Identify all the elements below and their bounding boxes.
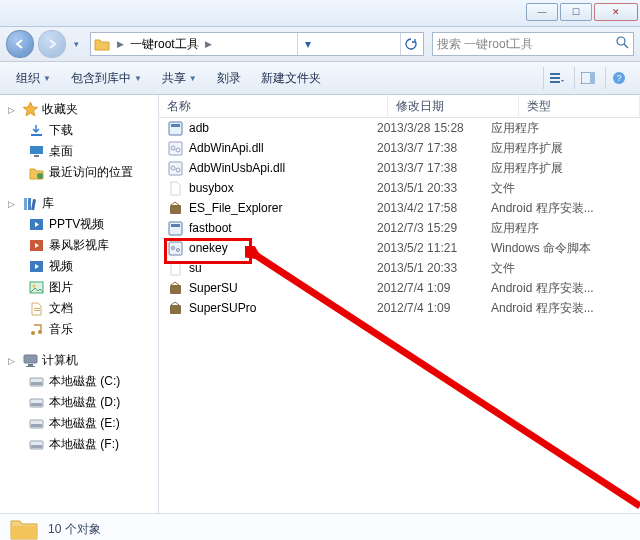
navbar: ▾ ▶ 一键root工具 ▶ ▾ 搜索 一键root工具 [0,27,640,62]
search-icon [616,36,629,52]
desktop-icon [28,144,44,160]
burn-button[interactable]: 刻录 [209,67,249,90]
sidebar-favorites-header[interactable]: ▷ 收藏夹 [0,99,158,120]
file-row[interactable]: SuperSUPro2012/7/4 1:09Android 程序安装... [159,298,640,318]
search-input[interactable]: 搜索 一键root工具 [432,32,634,56]
maximize-button[interactable]: ☐ [560,3,592,21]
sidebar-item[interactable]: 图片 [0,277,158,298]
file-date: 2013/3/7 17:38 [377,141,491,155]
file-name: adb [189,121,209,135]
file-type: Android 程序安装... [491,300,640,317]
svg-rect-37 [171,124,180,127]
svg-point-0 [617,37,625,45]
file-row[interactable]: onekey2013/5/2 11:21Windows 命令脚本 [159,238,640,258]
sidebar-item[interactable]: 文档 [0,298,158,319]
preview-pane-icon [581,72,595,84]
sidebar: ▷ 收藏夹 下载桌面最近访问的位置 ▷ 库 PPTV视频暴风影视库视频图片文档音… [0,95,159,513]
svg-rect-36 [169,122,182,135]
sidebar-item[interactable]: 桌面 [0,141,158,162]
back-button[interactable] [6,30,34,58]
apk-icon [167,200,183,216]
file-row[interactable]: adb2013/3/28 15:28应用程序 [159,118,640,138]
file-type: 文件 [491,260,640,277]
view-options-button[interactable] [543,67,570,89]
file-date: 2012/7/4 1:09 [377,301,491,315]
sidebar-libraries: ▷ 库 PPTV视频暴风影视库视频图片文档音乐 [0,193,158,340]
column-type[interactable]: 类型 [519,95,640,117]
svg-rect-2 [550,77,560,79]
file-row[interactable]: fastboot2012/7/3 15:29应用程序 [159,218,640,238]
storm-icon [28,238,44,254]
sidebar-item[interactable]: 最近访问的位置 [0,162,158,183]
file-date: 2013/5/1 20:33 [377,181,491,195]
file-type: Android 程序安装... [491,200,640,217]
file-type: 应用程序扩展 [491,160,640,177]
minimize-button[interactable]: — [526,3,558,21]
file-row[interactable]: AdbWinApi.dll2013/3/7 17:38应用程序扩展 [159,138,640,158]
new-folder-button[interactable]: 新建文件夹 [253,67,329,90]
file-name: onekey [189,241,228,255]
organize-button[interactable]: 组织▼ [8,67,59,90]
sidebar-computer-header[interactable]: ▷ 计算机 [0,350,158,371]
sidebar-item[interactable]: 本地磁盘 (C:) [0,371,158,392]
search-placeholder: 搜索 一键root工具 [437,36,533,53]
help-icon: ? [612,71,626,85]
svg-rect-3 [550,81,560,83]
file-name: su [189,261,202,275]
file-row[interactable]: busybox2013/5/1 20:33文件 [159,178,640,198]
breadcrumb-current: 一键root工具 [128,36,201,53]
file-name: SuperSUPro [189,301,256,315]
preview-pane-button[interactable] [574,67,601,89]
file-type: 应用程序 [491,120,640,137]
help-button[interactable]: ? [605,67,632,89]
svg-rect-46 [171,224,180,227]
file-icon [167,180,183,196]
column-name[interactable]: 名称 [159,95,388,117]
file-name: SuperSU [189,281,238,295]
sidebar-libraries-header[interactable]: ▷ 库 [0,193,158,214]
column-date[interactable]: 修改日期 [388,95,519,117]
include-in-library-button[interactable]: 包含到库中▼ [63,67,150,90]
history-dropdown[interactable]: ▾ [70,39,82,49]
file-name: busybox [189,181,234,195]
file-date: 2012/7/4 1:09 [377,281,491,295]
close-button[interactable]: ✕ [594,3,638,21]
svg-rect-26 [26,366,35,367]
file-row[interactable]: ES_File_Explorer2013/4/2 17:58Android 程序… [159,198,640,218]
sidebar-item[interactable]: 音乐 [0,319,158,340]
forward-button[interactable] [38,30,66,58]
file-row[interactable]: SuperSU2012/7/4 1:09Android 程序安装... [159,278,640,298]
bat-icon [167,240,183,256]
file-type: Windows 命令脚本 [491,240,640,257]
sidebar-item[interactable]: 下载 [0,120,158,141]
sidebar-item[interactable]: 视频 [0,256,158,277]
svg-rect-51 [170,305,181,314]
sidebar-item[interactable]: 本地磁盘 (D:) [0,392,158,413]
file-name: ES_File_Explorer [189,201,282,215]
breadcrumb[interactable]: ▶ 一键root工具 ▶ ▾ [90,32,424,56]
folder-icon [93,35,111,53]
dll-icon [167,160,183,176]
titlebar: — ☐ ✕ [0,0,640,27]
svg-rect-12 [24,198,27,210]
dll-icon [167,140,183,156]
svg-rect-50 [170,285,181,294]
file-row[interactable]: AdbWinUsbApi.dll2013/3/7 17:38应用程序扩展 [159,158,640,178]
refresh-button[interactable] [400,33,421,55]
sidebar-item[interactable]: 本地磁盘 (F:) [0,434,158,455]
dropdown-button[interactable]: ▾ [297,33,318,55]
share-button[interactable]: 共享▼ [154,67,205,90]
video-icon [28,217,44,233]
sidebar-item[interactable]: 暴风影视库 [0,235,158,256]
explorer-window: — ☐ ✕ ▾ ▶ 一键root工具 ▶ ▾ 搜索 一键root工具 [0,0,640,540]
sidebar-item[interactable]: PPTV视频 [0,214,158,235]
svg-rect-21 [34,310,40,311]
sidebar-item[interactable]: 本地磁盘 (E:) [0,413,158,434]
arrow-right-icon [46,38,58,50]
svg-rect-25 [28,364,33,366]
svg-rect-24 [24,355,37,363]
toolbar: 组织▼ 包含到库中▼ 共享▼ 刻录 新建文件夹 ? [0,62,640,95]
file-row[interactable]: su2013/5/1 20:33文件 [159,258,640,278]
body: ▷ 收藏夹 下载桌面最近访问的位置 ▷ 库 PPTV视频暴风影视库视频图片文档音… [0,95,640,513]
svg-rect-14 [31,198,36,209]
